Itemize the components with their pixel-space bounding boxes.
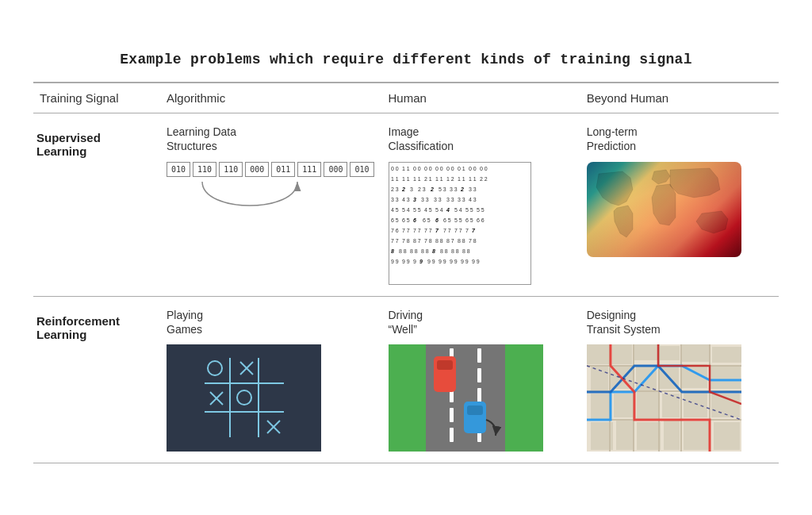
svg-text:1 1: 1 1 — [458, 176, 465, 182]
svg-text:6: 6 — [413, 217, 416, 223]
svg-text:2: 2 — [460, 186, 464, 192]
svg-text:7: 7 — [472, 228, 476, 233]
svg-text:8 8: 8 8 — [462, 248, 470, 254]
svg-text:1 1: 1 1 — [435, 176, 443, 182]
svg-text:4 5: 4 5 — [391, 207, 399, 213]
header-human: Human — [382, 83, 580, 113]
svg-text:8 8: 8 8 — [458, 238, 465, 244]
svg-rect-129 — [591, 394, 611, 419]
svg-text:0 0: 0 0 — [424, 166, 432, 171]
svg-rect-138 — [664, 421, 680, 450]
svg-text:6 5: 6 5 — [465, 217, 473, 223]
svg-text:0 0: 0 0 — [446, 166, 454, 171]
svg-text:9 9: 9 9 — [472, 259, 480, 264]
svg-rect-140 — [714, 422, 740, 450]
svg-text:7 8: 7 8 — [402, 238, 410, 244]
svg-text:7 7: 7 7 — [413, 228, 421, 233]
svg-rect-133 — [684, 392, 707, 417]
svg-text:5 4: 5 4 — [454, 207, 462, 213]
svg-point-92 — [208, 361, 222, 375]
svg-rect-147 — [680, 344, 682, 452]
svg-text:7 8: 7 8 — [469, 238, 477, 244]
svg-text:8 8: 8 8 — [410, 248, 418, 254]
svg-text:3 3: 3 3 — [446, 197, 454, 202]
driving-visual — [389, 344, 543, 452]
svg-text:6: 6 — [435, 217, 439, 223]
svg-text:1 1: 1 1 — [391, 176, 399, 182]
svg-text:2 2: 2 2 — [480, 176, 488, 182]
svg-text:9 9: 9 9 — [402, 259, 410, 264]
cell-image-classification: Image Classification .mn { font-size: 7p… — [382, 113, 580, 296]
svg-text:9 9: 9 9 — [439, 259, 446, 264]
svg-text:6 6: 6 6 — [477, 217, 485, 223]
svg-text:4: 4 — [446, 207, 450, 213]
svg-text:1 1: 1 1 — [402, 176, 410, 182]
bin-4: 011 — [271, 162, 295, 177]
binary-sequence-row: 010 110 110 000 011 111 000 010 — [167, 162, 374, 177]
svg-text:8 8: 8 8 — [451, 248, 459, 254]
svg-point-95 — [237, 390, 251, 405]
svg-rect-104 — [450, 408, 454, 422]
svg-text:6 5: 6 5 — [402, 217, 410, 223]
svg-text:3 3: 3 3 — [458, 197, 465, 202]
svg-text:5 5: 5 5 — [454, 217, 462, 223]
svg-text:8 7: 8 7 — [413, 238, 421, 244]
cell-title-driving: Driving “Well” — [389, 308, 573, 336]
svg-rect-130 — [614, 394, 634, 417]
svg-text:2 3: 2 3 — [391, 186, 399, 192]
comparison-grid: Training Signal Algorithmic Human Beyond… — [33, 82, 779, 463]
svg-text:2 1: 2 1 — [424, 176, 432, 182]
svg-text:4 3: 4 3 — [469, 197, 477, 202]
svg-text:2: 2 — [430, 186, 434, 192]
bin-0: 010 — [167, 162, 190, 177]
cell-title-image-classification: Image Classification — [389, 125, 573, 153]
main-container: Example problems which require different… — [25, 36, 787, 479]
cell-playing-games: Playing Games — [160, 297, 382, 463]
header-training-signal: Training Signal — [33, 83, 160, 113]
svg-text:0 1: 0 1 — [458, 166, 465, 171]
page-title: Example problems which require different… — [33, 52, 779, 67]
road — [426, 344, 505, 452]
svg-text:1 1: 1 1 — [469, 176, 477, 182]
svg-text:0 0: 0 0 — [435, 166, 443, 171]
cell-title-transit: Designing Transit System — [587, 308, 771, 336]
ttt-lines-svg — [201, 354, 288, 441]
svg-rect-128 — [710, 365, 741, 389]
svg-text:5 4: 5 4 — [435, 207, 443, 213]
svg-text:3: 3 — [410, 186, 413, 192]
svg-text:0 0: 0 0 — [413, 166, 421, 171]
svg-rect-108 — [477, 388, 481, 402]
mnist-visual: .mn { font-size: 7px; font-family: sans-… — [389, 162, 531, 285]
svg-text:5 4: 5 4 — [402, 207, 410, 213]
bin-2: 110 — [219, 162, 243, 177]
svg-text:6 5: 6 5 — [443, 217, 451, 223]
svg-text:4 3: 4 3 — [402, 197, 410, 202]
svg-text:1 2: 1 2 — [446, 176, 454, 182]
mnist-grid-svg: .mn { font-size: 7px; font-family: sans-… — [389, 163, 530, 284]
cell-title-playing-games: Playing Games — [167, 308, 374, 336]
svg-text:0 0: 0 0 — [480, 166, 488, 171]
transit-map-visual — [587, 344, 741, 452]
svg-text:9: 9 — [413, 259, 416, 264]
svg-text:5 5: 5 5 — [477, 207, 485, 213]
road-svg — [426, 344, 505, 452]
svg-rect-137 — [637, 422, 661, 450]
svg-text:4 5: 4 5 — [424, 207, 432, 213]
svg-text:8 7: 8 7 — [446, 238, 454, 244]
svg-rect-112 — [437, 360, 453, 370]
svg-text:9: 9 — [419, 259, 423, 264]
row-label-supervised: Supervised Learning — [33, 113, 160, 296]
svg-text:8: 8 — [391, 248, 394, 254]
cell-title-long-term: Long-term Prediction — [587, 125, 771, 153]
svg-text:2 3: 2 3 — [418, 186, 426, 192]
svg-text:5 5: 5 5 — [465, 207, 473, 213]
svg-text:3 3: 3 3 — [391, 197, 399, 202]
svg-text:8 8: 8 8 — [440, 248, 448, 254]
svg-rect-139 — [684, 421, 709, 450]
svg-text:5 5: 5 5 — [413, 207, 421, 213]
svg-text:3 3: 3 3 — [450, 186, 458, 192]
svg-text:9 9: 9 9 — [391, 259, 399, 264]
svg-text:9 9: 9 9 — [461, 259, 469, 264]
bin-7: 010 — [350, 162, 373, 177]
svg-text:0 0: 0 0 — [469, 166, 477, 171]
